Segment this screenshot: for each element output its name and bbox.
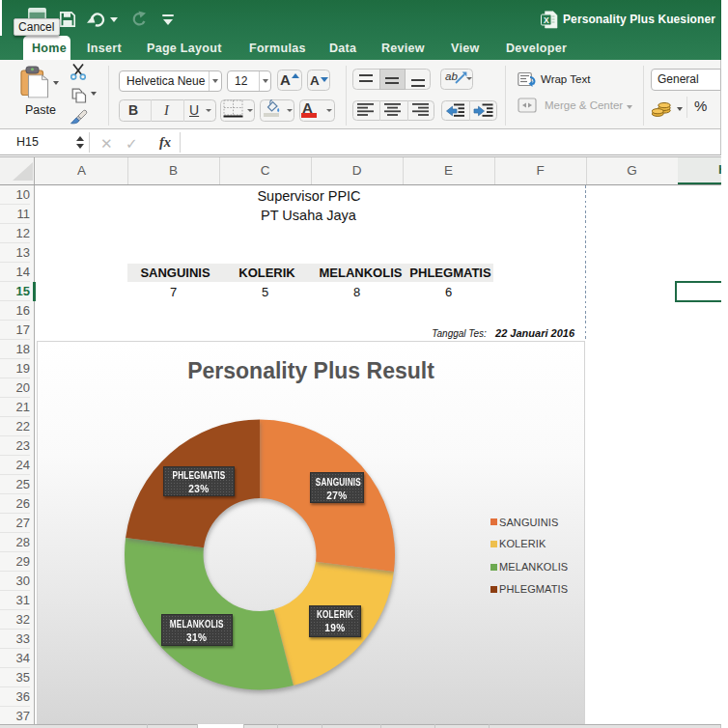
- svg-text:X: X: [544, 15, 549, 25]
